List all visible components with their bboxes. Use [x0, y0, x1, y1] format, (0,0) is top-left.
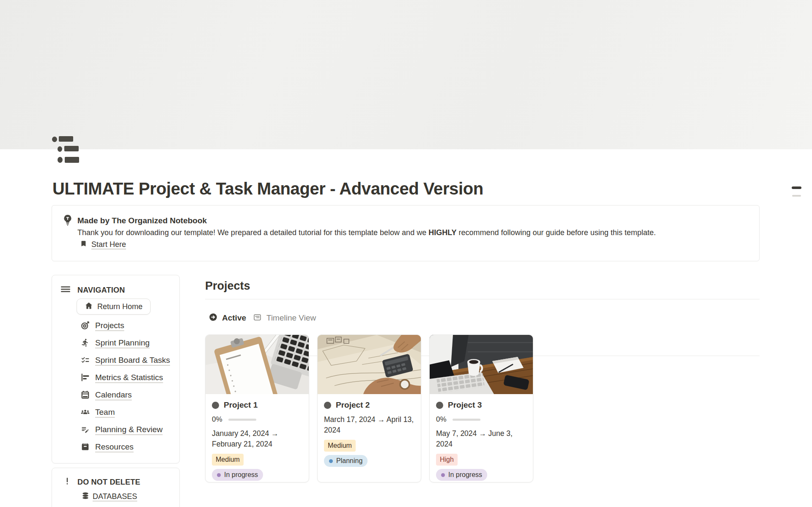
callout-heading: Made by The Organized Notebook [77, 216, 207, 225]
start-here-link[interactable]: Start Here [91, 240, 126, 249]
team-icon [81, 408, 90, 417]
edit-note-icon [81, 425, 90, 434]
timeline-icon [253, 313, 262, 323]
status-label: In progress [224, 471, 258, 478]
sidebar-item-label[interactable]: Resources [95, 442, 134, 452]
checklist-icon [81, 356, 90, 364]
status-tag: In progress [212, 469, 263, 481]
sidebar-item-label[interactable]: Sprint Planning [95, 338, 150, 348]
database-icon [81, 491, 90, 502]
project-gallery: Project 1 0% January 24, 2024 → February… [205, 334, 533, 482]
outline-item-current[interactable] [792, 186, 801, 189]
sidebar-item-planning-review[interactable]: Planning & Review [52, 421, 179, 438]
databases-row[interactable]: DATABASES [81, 491, 137, 502]
sidebar-item-projects[interactable]: Projects [52, 317, 179, 334]
callout-body-bold: HIGHLY [428, 228, 456, 237]
tab-timeline-view[interactable]: Timeline View [253, 310, 316, 326]
navigation-heading: NAVIGATION [77, 286, 125, 295]
sidebar-item-sprint-board[interactable]: Sprint Board & Tasks [52, 351, 179, 369]
list-icon-bar [65, 157, 79, 163]
project-title: Project 1 [224, 400, 258, 410]
sidebar-item-calendars[interactable]: Calendars [52, 386, 179, 403]
status-label: Planning [336, 458, 362, 464]
tab-active-label: Active [222, 313, 246, 323]
sidebar-item-label[interactable]: Calendars [95, 390, 132, 400]
project-title-row: Project 2 [324, 400, 415, 410]
progress-value: 0% [212, 415, 222, 424]
archive-icon [81, 442, 90, 451]
view-tabs: Active Timeline View [205, 310, 760, 326]
callout-body-text: Thank you for downloading our template! … [77, 228, 428, 237]
outline-item[interactable] [792, 195, 801, 197]
sidebar-item-metrics[interactable]: Metrics & Statistics [52, 369, 179, 386]
target-icon [81, 321, 90, 330]
circle-icon [324, 402, 331, 409]
project-dates: May 7, 2024 → June 3, 2024 [436, 428, 527, 449]
status-dot-icon [441, 473, 445, 477]
do-not-delete-header: DO NOT DELETE [63, 476, 140, 488]
project-2-cover-image [318, 335, 421, 394]
sidebar-item-label[interactable]: Planning & Review [95, 425, 162, 434]
sidebar-item-sprint-planning[interactable]: Sprint Planning [52, 334, 179, 351]
list-icon-bar [59, 136, 73, 142]
project-card-3[interactable]: Project 3 0% May 7, 2024 → June 3, 2024 … [429, 334, 533, 482]
status-tag: In progress [436, 469, 487, 481]
sidebar-item-label[interactable]: Team [95, 408, 115, 417]
navigation-panel: NAVIGATION Return Home Projects [52, 275, 180, 463]
list-icon-dot [58, 146, 62, 152]
progress-row: 0% [212, 415, 303, 424]
callout-body-text: recommend following our guide before usi… [457, 228, 656, 237]
projects-section: Projects Active Timeline View [205, 280, 760, 293]
project-title: Project 3 [448, 400, 482, 410]
project-1-cover-image [206, 335, 309, 394]
navigation-items: Projects Sprint Planning Sprint Board & … [52, 317, 179, 455]
databases-link[interactable]: DATABASES [93, 492, 137, 501]
arrow-circle-right-icon [209, 313, 217, 323]
project-3-cover-image [430, 335, 533, 394]
progress-value: 0% [436, 415, 447, 424]
runner-icon [81, 338, 90, 347]
list-icon-dot [58, 157, 63, 163]
list-icon[interactable] [52, 135, 82, 164]
circle-icon [436, 402, 443, 409]
sidebar-item-label[interactable]: Projects [95, 321, 124, 330]
project-title-row: Project 3 [436, 400, 527, 410]
project-dates: January 24, 2024 → February 21, 2024 [212, 428, 303, 449]
callout-body: Thank you for downloading our template! … [77, 227, 746, 238]
project-title-row: Project 1 [212, 400, 303, 410]
status-dot-icon [217, 473, 221, 477]
section-divider [205, 299, 760, 299]
list-icon-bar [64, 146, 79, 151]
project-card-2[interactable]: Project 2 March 17, 2024 → April 13, 202… [317, 334, 421, 482]
do-not-delete-panel: DO NOT DELETE DATABASES [52, 468, 180, 507]
project-card-body: Project 3 0% May 7, 2024 → June 3, 2024 … [430, 394, 533, 481]
sidebar-item-label[interactable]: Metrics & Statistics [95, 373, 163, 382]
progress-row: 0% [436, 415, 527, 424]
return-home-label: Return Home [97, 302, 143, 311]
progress-bar [453, 419, 480, 421]
outline-indicator[interactable] [792, 186, 802, 197]
calendar-icon [81, 390, 90, 399]
project-card-body: Project 2 March 17, 2024 → April 13, 202… [318, 394, 421, 467]
status-dot-icon [329, 459, 333, 463]
tab-active[interactable]: Active [209, 310, 246, 326]
progress-bar [228, 419, 256, 421]
priority-tag: Medium [212, 454, 244, 466]
project-card-body: Project 1 0% January 24, 2024 → February… [206, 394, 309, 481]
circle-icon [212, 402, 219, 409]
start-here-row: Start Here [80, 239, 126, 249]
status-tag: Planning [324, 455, 368, 467]
page-title[interactable]: ULTIMATE Project & Task Manager - Advanc… [52, 178, 483, 200]
page-cover-image[interactable] [0, 0, 812, 149]
tab-timeline-label: Timeline View [266, 313, 316, 323]
lightbulb-icon [63, 214, 73, 226]
creator-callout: Made by The Organized Notebook Thank you… [52, 205, 760, 261]
project-card-1[interactable]: Project 1 0% January 24, 2024 → February… [205, 334, 309, 482]
bookmark-icon [80, 239, 87, 249]
sidebar-item-label[interactable]: Sprint Board & Tasks [95, 356, 170, 365]
project-dates: March 17, 2024 → April 13, 2024 [324, 414, 415, 436]
return-home-button[interactable]: Return Home [77, 299, 151, 315]
sidebar-item-resources[interactable]: Resources [52, 438, 179, 455]
sidebar-item-team[interactable]: Team [52, 403, 179, 421]
projects-heading: Projects [205, 280, 760, 293]
